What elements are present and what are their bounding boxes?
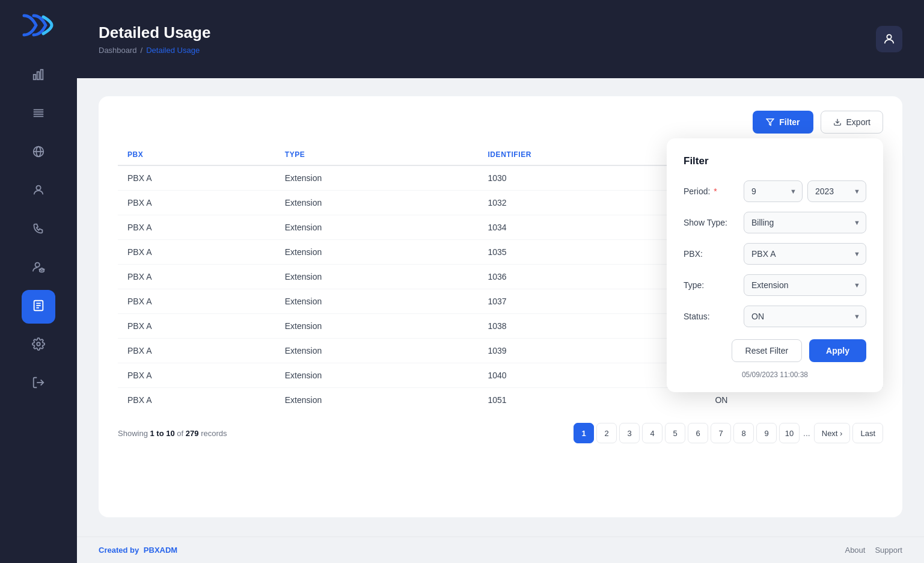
svg-rect-1 [37,72,40,79]
sidebar-item-settings[interactable] [22,328,55,362]
page-btn-5[interactable]: 5 [665,423,685,443]
filter-row-period: Period: * 123456789101112 ▼ 202120222023… [684,180,866,202]
page-btn-9[interactable]: 9 [756,423,777,443]
svg-rect-2 [41,69,43,79]
col-pbx: PBX [118,144,275,165]
show-type-select-wrapper: BillingCDR ▼ [744,212,866,233]
sidebar-item-logout[interactable] [22,367,55,401]
export-button[interactable]: Export [821,111,883,134]
page-btn-1[interactable]: 1 [574,423,594,443]
from-value: 1 [150,429,155,438]
sidebar-item-phone[interactable] [22,213,55,247]
cell-type: Extension [275,240,479,265]
records-label: records [201,429,227,438]
pagination-dots: ... [802,428,812,438]
year-select[interactable]: 2021202220232024 [807,180,866,202]
sidebar [0,0,77,563]
breadcrumb: Dashboard / Detailed Usage [99,46,210,55]
period-inputs: 123456789101112 ▼ 2021202220232024 ▼ [744,180,866,202]
bar-chart-icon [32,68,45,84]
status-label: Status: [684,312,744,321]
page-btn-2[interactable]: 2 [596,423,617,443]
cell-pbx: PBX A [118,265,275,289]
period-label: Period: * [684,186,744,196]
support-link[interactable]: Support [875,546,902,555]
created-by-prefix: Created by [99,546,139,555]
svg-point-11 [35,262,40,266]
month-select[interactable]: 123456789101112 [744,180,803,202]
svg-point-16 [37,342,40,346]
cell-pbx: PBX A [118,289,275,314]
last-button[interactable]: Last [852,423,883,443]
cell-pbx: PBX A [118,240,275,265]
page-btn-3[interactable]: 3 [619,423,640,443]
page-btn-6[interactable]: 6 [688,423,708,443]
total-value: 279 [186,429,199,438]
filter-row-type: Type: ExtensionTrunkDID ▼ [684,274,866,296]
filter-row-pbx: PBX: PBX APBX B ▼ [684,243,866,265]
filter-icon [766,118,774,126]
breadcrumb-current[interactable]: Detailed Usage [146,46,200,55]
cell-pbx: PBX A [118,363,275,388]
records-info: Showing 1 to 10 of 279 records [118,429,227,438]
apply-button[interactable]: Apply [809,339,866,362]
logo [20,11,57,40]
pbx-select-wrapper: PBX APBX B ▼ [744,243,866,265]
globe-icon [32,145,45,161]
sidebar-item-users[interactable] [22,174,55,208]
main-card: Filter Export PBX TYPE IDENTIFIER STATUS [99,96,902,517]
col-type: TYPE [275,144,479,165]
to-value: 10 [166,429,174,438]
required-indicator: * [714,186,717,196]
page-btn-10[interactable]: 10 [779,423,800,443]
list-icon [32,106,45,123]
cell-pbx: PBX A [118,165,275,191]
show-type-select[interactable]: BillingCDR [744,212,866,233]
sidebar-item-list[interactable] [22,97,55,131]
sidebar-item-globe[interactable] [22,136,55,170]
type-label: Type: [684,280,744,290]
user-shield-icon [32,260,45,277]
page-btn-7[interactable]: 7 [711,423,731,443]
page-btn-8[interactable]: 8 [733,423,754,443]
cell-type: Extension [275,339,479,363]
next-button[interactable]: Next › [814,423,851,443]
about-link[interactable]: About [845,546,865,555]
type-select-wrapper: ExtensionTrunkDID ▼ [744,274,866,296]
reset-filter-button[interactable]: Reset Filter [732,339,803,362]
main-content: Detailed Usage Dashboard / Detailed Usag… [77,0,924,563]
brand-name: PBXADM [144,546,177,555]
cell-type: Extension [275,265,479,289]
svg-point-18 [887,35,891,39]
cell-type: Extension [275,289,479,314]
cell-type: Extension [275,363,479,388]
filter-title: Filter [684,155,866,167]
user-avatar[interactable] [876,26,902,52]
card-toolbar: Filter Export [118,111,883,134]
page-btn-4[interactable]: 4 [642,423,662,443]
report-icon [32,299,45,315]
sidebar-item-user-shield[interactable] [22,251,55,285]
header-title-area: Detailed Usage Dashboard / Detailed Usag… [99,23,210,55]
status-select[interactable]: ONOFFALL [744,306,866,327]
pbx-label: PBX: [684,249,744,259]
cell-pbx: PBX A [118,314,275,339]
sidebar-item-dashboard[interactable] [22,59,55,93]
pagination: 1 2 3 4 5 6 7 8 9 10 ... Next › Last [574,423,883,443]
sidebar-item-detailed-usage[interactable] [22,290,55,324]
table-footer: Showing 1 to 10 of 279 records 1 2 3 4 5… [118,423,883,443]
user-icon [32,183,45,200]
showing-prefix: Showing [118,429,148,438]
of-label: of [177,429,185,438]
filter-footer: Reset Filter Apply [684,339,866,362]
cell-pbx: PBX A [118,339,275,363]
month-select-wrapper: 123456789101112 ▼ [744,180,803,202]
pbx-select[interactable]: PBX APBX B [744,243,866,265]
breadcrumb-home[interactable]: Dashboard [99,46,137,55]
top-header: Detailed Usage Dashboard / Detailed Usag… [77,0,924,78]
filter-button[interactable]: Filter [753,111,813,134]
filter-row-status: Status: ONOFFALL ▼ [684,306,866,327]
cell-pbx: PBX A [118,388,275,413]
type-select[interactable]: ExtensionTrunkDID [744,274,866,296]
footer-links: About Support [845,546,902,555]
